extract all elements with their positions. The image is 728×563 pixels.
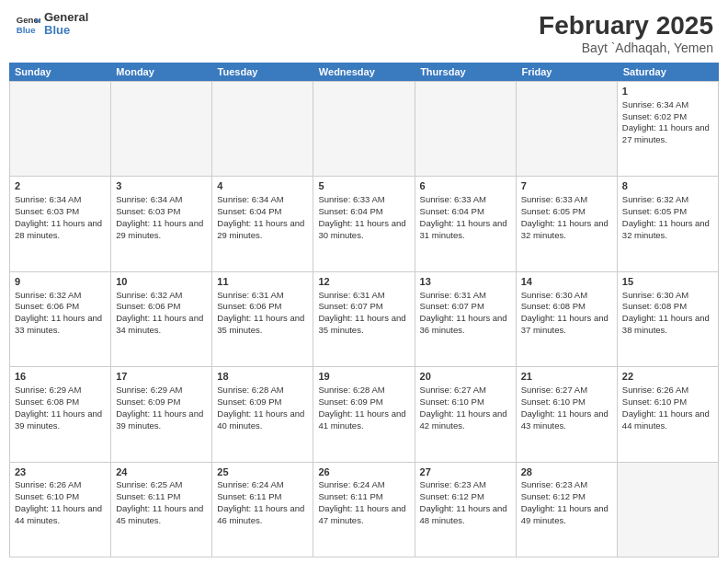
sunset-text: Sunset: 6:08 PM: [521, 301, 586, 311]
logo: General Blue GeneralBlue: [15, 11, 88, 38]
sunrise-text: Sunrise: 6:27 AM: [521, 385, 587, 395]
calendar-cell: 17Sunrise: 6:29 AMSunset: 6:09 PMDayligh…: [111, 367, 212, 461]
daylight-text: Daylight: 11 hours and 42 minutes.: [420, 408, 507, 431]
daylight-text: Daylight: 11 hours and 47 minutes.: [318, 503, 405, 525]
day-header: Wednesday: [313, 63, 415, 81]
day-number: 12: [318, 275, 409, 289]
sunset-text: Sunset: 6:05 PM: [622, 206, 687, 216]
calendar-cell: [313, 82, 415, 176]
sunrise-text: Sunrise: 6:28 AM: [318, 385, 384, 395]
day-number: 7: [521, 179, 612, 193]
calendar-row: 23Sunrise: 6:26 AMSunset: 6:10 PMDayligh…: [10, 463, 719, 557]
sunrise-text: Sunrise: 6:24 AM: [217, 479, 283, 489]
day-number: 1: [622, 85, 713, 98]
sunrise-text: Sunrise: 6:25 AM: [116, 479, 182, 489]
sunrise-text: Sunrise: 6:34 AM: [622, 99, 688, 109]
daylight-text: Daylight: 11 hours and 44 minutes.: [622, 408, 710, 431]
sunset-text: Sunset: 6:04 PM: [217, 206, 281, 216]
daylight-text: Daylight: 11 hours and 41 minutes.: [318, 408, 405, 431]
day-number: 24: [116, 465, 207, 479]
daylight-text: Daylight: 11 hours and 43 minutes.: [521, 408, 609, 431]
logo-text: GeneralBlue: [44, 11, 88, 38]
day-number: 4: [217, 179, 308, 193]
sunset-text: Sunset: 6:05 PM: [521, 206, 586, 216]
sunrise-text: Sunrise: 6:34 AM: [217, 194, 283, 204]
daylight-text: Daylight: 11 hours and 29 minutes.: [116, 218, 203, 240]
sunrise-text: Sunrise: 6:34 AM: [15, 194, 81, 204]
calendar-cell: 11Sunrise: 6:31 AMSunset: 6:06 PMDayligh…: [212, 272, 313, 366]
sunrise-text: Sunrise: 6:34 AM: [116, 194, 182, 204]
calendar-cell: 21Sunrise: 6:27 AMSunset: 6:10 PMDayligh…: [517, 367, 618, 461]
daylight-text: Daylight: 11 hours and 49 minutes.: [521, 503, 609, 525]
daylight-text: Daylight: 11 hours and 39 minutes.: [15, 408, 102, 431]
daylight-text: Daylight: 11 hours and 28 minutes.: [15, 218, 102, 240]
sunset-text: Sunset: 6:06 PM: [116, 301, 180, 311]
calendar-cell: [517, 82, 618, 176]
sunset-text: Sunset: 6:04 PM: [420, 206, 484, 216]
day-number: 25: [217, 465, 308, 479]
sunrise-text: Sunrise: 6:31 AM: [217, 290, 283, 300]
calendar-header: SundayMondayTuesdayWednesdayThursdayFrid…: [9, 63, 719, 81]
calendar-cell: 19Sunrise: 6:28 AMSunset: 6:09 PMDayligh…: [313, 367, 415, 461]
sunrise-text: Sunrise: 6:26 AM: [622, 385, 688, 395]
sunrise-text: Sunrise: 6:29 AM: [116, 385, 182, 395]
daylight-text: Daylight: 11 hours and 35 minutes.: [217, 313, 304, 335]
calendar-row: 2Sunrise: 6:34 AMSunset: 6:03 PMDaylight…: [10, 177, 719, 271]
sunrise-text: Sunrise: 6:23 AM: [521, 479, 587, 489]
calendar-cell: [111, 82, 212, 176]
daylight-text: Daylight: 11 hours and 29 minutes.: [217, 218, 304, 240]
daylight-text: Daylight: 11 hours and 46 minutes.: [217, 503, 304, 525]
day-header: Thursday: [415, 63, 516, 81]
calendar-cell: 1Sunrise: 6:34 AMSunset: 6:02 PMDaylight…: [618, 82, 719, 176]
sunset-text: Sunset: 6:07 PM: [420, 301, 484, 311]
sunset-text: Sunset: 6:11 PM: [116, 491, 180, 501]
sunrise-text: Sunrise: 6:28 AM: [217, 385, 283, 395]
sunrise-text: Sunrise: 6:23 AM: [420, 479, 486, 489]
sunset-text: Sunset: 6:10 PM: [521, 396, 586, 407]
daylight-text: Daylight: 11 hours and 36 minutes.: [420, 313, 507, 335]
day-header: Saturday: [618, 63, 719, 81]
calendar-cell: 26Sunrise: 6:24 AMSunset: 6:11 PMDayligh…: [313, 463, 415, 557]
day-number: 3: [116, 179, 207, 193]
calendar-cell: 14Sunrise: 6:30 AMSunset: 6:08 PMDayligh…: [517, 272, 618, 366]
calendar-cell: [10, 82, 111, 176]
calendar-body: 1Sunrise: 6:34 AMSunset: 6:02 PMDaylight…: [9, 81, 719, 557]
sunrise-text: Sunrise: 6:33 AM: [420, 194, 486, 204]
logo-blue: Blue: [44, 24, 88, 37]
sunset-text: Sunset: 6:08 PM: [622, 301, 687, 311]
calendar-cell: 4Sunrise: 6:34 AMSunset: 6:04 PMDaylight…: [212, 177, 313, 270]
calendar-cell: 7Sunrise: 6:33 AMSunset: 6:05 PMDaylight…: [517, 177, 618, 270]
calendar-row: 16Sunrise: 6:29 AMSunset: 6:08 PMDayligh…: [10, 367, 719, 462]
calendar-cell: 10Sunrise: 6:32 AMSunset: 6:06 PMDayligh…: [111, 272, 212, 366]
calendar-cell: 8Sunrise: 6:32 AMSunset: 6:05 PMDaylight…: [618, 177, 719, 270]
header: General Blue GeneralBlue February 2025 B…: [0, 0, 728, 63]
calendar-cell: [618, 463, 719, 557]
daylight-text: Daylight: 11 hours and 30 minutes.: [318, 218, 405, 240]
day-number: 2: [15, 179, 106, 193]
sunset-text: Sunset: 6:09 PM: [318, 396, 382, 407]
location: Bayt `Adhaqah, Yemen: [539, 40, 713, 55]
sunrise-text: Sunrise: 6:26 AM: [15, 479, 81, 489]
day-number: 6: [420, 179, 511, 193]
calendar-cell: 12Sunrise: 6:31 AMSunset: 6:07 PMDayligh…: [313, 272, 415, 366]
calendar-cell: 24Sunrise: 6:25 AMSunset: 6:11 PMDayligh…: [111, 463, 212, 557]
sunrise-text: Sunrise: 6:27 AM: [420, 385, 486, 395]
calendar-row: 9Sunrise: 6:32 AMSunset: 6:06 PMDaylight…: [10, 272, 719, 367]
day-header: Monday: [110, 63, 211, 81]
day-number: 23: [15, 465, 106, 479]
daylight-text: Daylight: 11 hours and 35 minutes.: [318, 313, 405, 335]
daylight-text: Daylight: 11 hours and 48 minutes.: [420, 503, 507, 525]
day-number: 21: [521, 370, 612, 384]
sunrise-text: Sunrise: 6:31 AM: [318, 290, 384, 300]
day-number: 17: [116, 370, 207, 384]
sunrise-text: Sunrise: 6:31 AM: [420, 290, 486, 300]
sunset-text: Sunset: 6:10 PM: [622, 396, 687, 407]
day-number: 16: [15, 370, 106, 384]
day-number: 28: [521, 465, 612, 479]
daylight-text: Daylight: 11 hours and 32 minutes.: [622, 218, 710, 240]
day-number: 14: [521, 275, 612, 289]
calendar-cell: 23Sunrise: 6:26 AMSunset: 6:10 PMDayligh…: [10, 463, 111, 557]
calendar-cell: 15Sunrise: 6:30 AMSunset: 6:08 PMDayligh…: [618, 272, 719, 366]
sunrise-text: Sunrise: 6:29 AM: [15, 385, 81, 395]
calendar-cell: 3Sunrise: 6:34 AMSunset: 6:03 PMDaylight…: [111, 177, 212, 270]
